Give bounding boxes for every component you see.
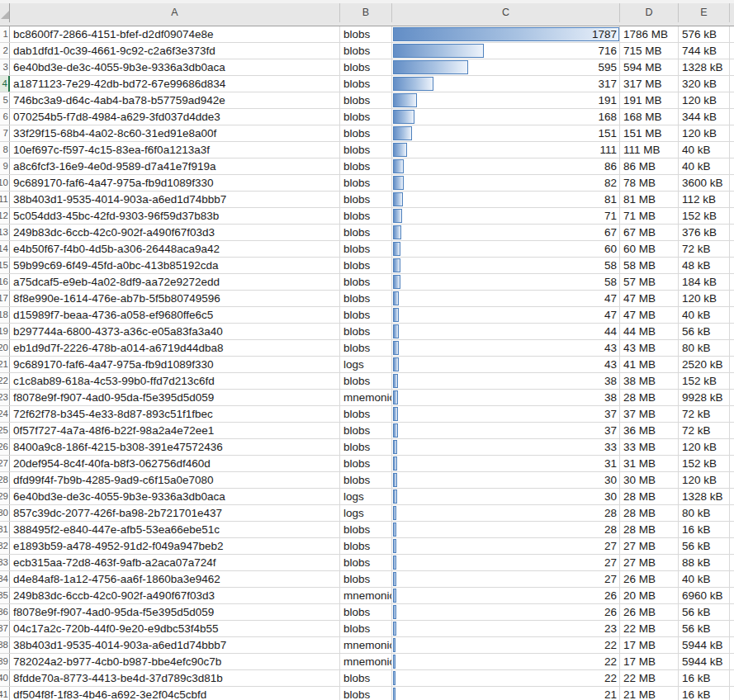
cell-count[interactable]: 82 <box>392 175 620 191</box>
cell-size-kb[interactable]: 120 kB <box>679 439 730 455</box>
cell-empty[interactable] <box>730 621 734 636</box>
row-header-cell[interactable]: 33 <box>0 555 10 570</box>
cell-size-mb[interactable]: 58 MB <box>620 258 679 273</box>
row-header-cell[interactable]: 31 <box>0 522 10 537</box>
cell-size-kb[interactable]: 16 kB <box>679 687 730 700</box>
cell-size-kb[interactable]: 152 kB <box>679 208 730 224</box>
row-header-cell[interactable]: 34 <box>0 571 10 587</box>
cell-count[interactable]: 22 <box>392 670 620 686</box>
row-header-cell[interactable]: 4 <box>0 76 10 92</box>
cell-kind[interactable]: blobs <box>340 538 392 554</box>
row-header-cell[interactable]: 32 <box>0 538 10 554</box>
cell-size-kb[interactable]: 56 kB <box>679 324 730 339</box>
cell-size-kb[interactable]: 120 kB <box>679 125 730 141</box>
column-header-b[interactable]: B <box>340 3 392 22</box>
cell-size-kb[interactable]: 40 kB <box>679 307 730 323</box>
cell-uuid[interactable]: bc8600f7-2866-4151-bfef-d2df09074e8e <box>10 26 340 42</box>
cell-size-mb[interactable]: 111 MB <box>620 142 679 158</box>
column-header-e[interactable]: E <box>679 3 730 22</box>
cell-size-mb[interactable]: 26 MB <box>620 571 679 587</box>
cell-count[interactable]: 38 <box>392 373 620 389</box>
cell-empty[interactable] <box>730 125 734 141</box>
cell-kind[interactable]: blobs <box>340 340 392 356</box>
cell-size-mb[interactable]: 81 MB <box>620 192 679 207</box>
cell-uuid[interactable]: 20def954-8c4f-40fa-b8f3-062756df460d <box>10 456 340 471</box>
cell-count[interactable]: 26 <box>392 604 620 620</box>
cell-count[interactable]: 21 <box>392 687 620 700</box>
cell-empty[interactable] <box>730 423 734 438</box>
cell-size-mb[interactable]: 30 MB <box>620 472 679 488</box>
cell-size-mb[interactable]: 78 MB <box>620 175 679 191</box>
cell-kind[interactable]: logs <box>340 489 392 504</box>
cell-uuid[interactable]: 782024a2-b977-4cb0-b987-bbe4efc90c7b <box>10 654 340 669</box>
row-header-cell[interactable]: 38 <box>0 637 10 653</box>
cell-count[interactable]: 317 <box>392 76 620 92</box>
select-all-corner[interactable] <box>0 3 10 22</box>
cell-count[interactable]: 22 <box>392 637 620 653</box>
cell-empty[interactable] <box>730 26 734 42</box>
cell-empty[interactable] <box>730 390 734 405</box>
cell-uuid[interactable]: eb1d9d7f-2226-478b-a014-a6719d44dba8 <box>10 340 340 356</box>
cell-empty[interactable] <box>730 571 734 587</box>
cell-kind[interactable]: blobs <box>340 43 392 59</box>
row-header-cell[interactable]: 2 <box>0 43 10 59</box>
cell-uuid[interactable]: 070254b5-f7d8-4984-a629-3fd037d4dde3 <box>10 109 340 125</box>
cell-uuid[interactable]: 10ef697c-f597-4c15-83ea-f6f0a1213a3f <box>10 142 340 158</box>
cell-count[interactable]: 43 <box>392 357 620 372</box>
cell-kind[interactable]: blobs <box>340 522 392 537</box>
cell-size-kb[interactable]: 320 kB <box>679 76 730 92</box>
cell-uuid[interactable]: 33f29f15-68b4-4a02-8c60-31ed91e8a00f <box>10 125 340 141</box>
cell-count[interactable]: 47 <box>392 291 620 306</box>
row-header-cell[interactable]: 14 <box>0 241 10 257</box>
cell-uuid[interactable]: f8078e9f-f907-4ad0-95da-f5e395d5d059 <box>10 390 340 405</box>
cell-empty[interactable] <box>730 654 734 669</box>
cell-uuid[interactable]: b297744a-6800-4373-a36c-e05a83fa3a40 <box>10 324 340 339</box>
cell-uuid[interactable]: dab1dfd1-0c39-4661-9c92-c2a6f3e373fd <box>10 43 340 59</box>
row-header-cell[interactable]: 10 <box>0 175 10 191</box>
cell-uuid[interactable]: c1c8ab89-618a-4c53-99b0-ffd7d213c6fd <box>10 373 340 389</box>
cell-empty[interactable] <box>730 439 734 455</box>
cell-kind[interactable]: blobs <box>340 423 392 438</box>
cell-uuid[interactable]: 72f62f78-b345-4e33-8d87-893c51f1fbec <box>10 406 340 422</box>
cell-count[interactable]: 86 <box>392 158 620 174</box>
cell-kind[interactable]: logs <box>340 505 392 521</box>
cell-size-mb[interactable]: 26 MB <box>620 604 679 620</box>
cell-empty[interactable] <box>730 604 734 620</box>
cell-size-mb[interactable]: 31 MB <box>620 456 679 471</box>
cell-empty[interactable] <box>730 522 734 537</box>
cell-empty[interactable] <box>730 76 734 92</box>
row-header-cell[interactable]: 24 <box>0 406 10 422</box>
row-header-cell[interactable]: 16 <box>0 274 10 290</box>
cell-size-kb[interactable]: 16 kB <box>679 522 730 537</box>
cell-count[interactable]: 595 <box>392 59 620 75</box>
cell-empty[interactable] <box>730 92 734 108</box>
cell-count[interactable]: 43 <box>392 340 620 356</box>
cell-kind[interactable]: mnemonic <box>340 654 392 669</box>
cell-kind[interactable]: blobs <box>340 687 392 700</box>
cell-size-kb[interactable]: 40 kB <box>679 571 730 587</box>
cell-size-kb[interactable]: 744 kB <box>679 43 730 59</box>
cell-size-mb[interactable]: 44 MB <box>620 324 679 339</box>
cell-kind[interactable]: blobs <box>340 571 392 587</box>
cell-size-kb[interactable]: 72 kB <box>679 241 730 257</box>
cell-kind[interactable]: blobs <box>340 225 392 240</box>
cell-kind[interactable]: blobs <box>340 76 392 92</box>
cell-count[interactable]: 58 <box>392 258 620 273</box>
cell-count[interactable]: 716 <box>392 43 620 59</box>
cell-uuid[interactable]: a8c6fcf3-16e9-4e0d-9589-d7a41e7f919a <box>10 158 340 174</box>
cell-count[interactable]: 37 <box>392 406 620 422</box>
cell-size-mb[interactable]: 28 MB <box>620 390 679 405</box>
row-header-cell[interactable]: 35 <box>0 588 10 603</box>
cell-kind[interactable]: blobs <box>340 670 392 686</box>
cell-size-kb[interactable]: 88 kB <box>679 555 730 570</box>
cell-uuid[interactable]: df504f8f-1f83-4b46-a692-3e2f04c5cbfd <box>10 687 340 700</box>
cell-count[interactable]: 168 <box>392 109 620 125</box>
cell-size-kb[interactable]: 376 kB <box>679 225 730 240</box>
cell-uuid[interactable]: 8f8e990e-1614-476e-ab7b-5f5b80749596 <box>10 291 340 306</box>
cell-empty[interactable] <box>730 158 734 174</box>
row-header-cell[interactable]: 23 <box>0 390 10 405</box>
cell-kind[interactable]: blobs <box>340 109 392 125</box>
row-header-cell[interactable]: 3 <box>0 59 10 75</box>
cell-kind[interactable]: mnemonic <box>340 637 392 653</box>
row-header-cell[interactable]: 39 <box>0 654 10 669</box>
